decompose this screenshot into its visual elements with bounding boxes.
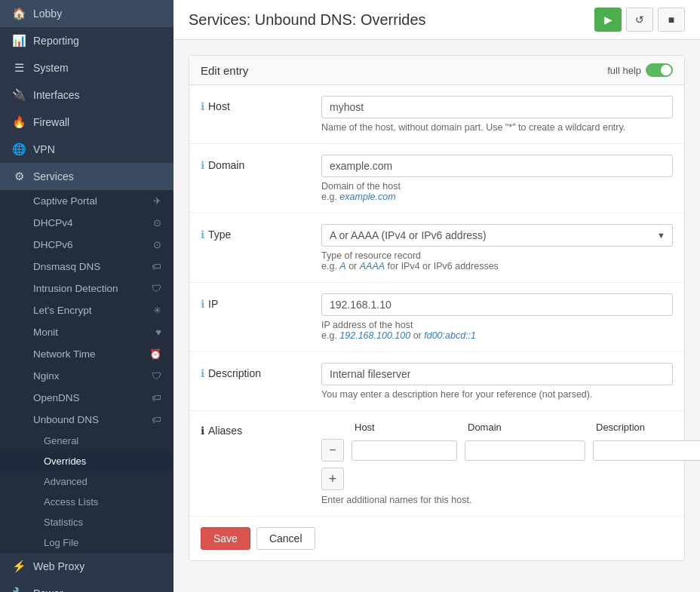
dhcpv4-icon: ⊙ (153, 217, 161, 229)
sidebar-item-reporting[interactable]: 📊 Reporting (0, 27, 173, 54)
sidebar-item-label: Firewall (33, 116, 69, 128)
save-button[interactable]: Save (201, 527, 250, 550)
aliases-field-col: Host Domain Description − + (321, 422, 700, 505)
sidebar-item-logfile[interactable]: Log File (0, 532, 173, 553)
aliases-remove-button[interactable]: − (321, 439, 344, 462)
full-help-switch[interactable] (646, 63, 673, 77)
sidebar-item-networktime[interactable]: Network Time ⏰ (0, 343, 173, 365)
sidebar-item-webproxy[interactable]: ⚡ Web Proxy (0, 553, 173, 580)
sidebar-item-letsencrypt[interactable]: Let's Encrypt ✳ (0, 299, 173, 321)
ip-field-col: IP address of the host e.g. 192.168.100.… (321, 293, 673, 341)
type-info-icon: ℹ (201, 229, 204, 241)
play-button[interactable]: ▶ (594, 8, 622, 32)
sidebar-item-advanced[interactable]: Advanced (0, 471, 173, 492)
aliases-col-domain-header: Domain (468, 422, 588, 433)
aliases-label-row: ℹ Aliases Host Domain Description − (201, 422, 673, 505)
sidebar-item-firewall[interactable]: 🔥 Firewall (0, 109, 173, 136)
description-field-col: You may enter a description here for you… (321, 363, 673, 400)
ip-info-icon: ℹ (201, 298, 204, 310)
aliases-desc-input[interactable] (593, 440, 700, 461)
sidebar-item-label: VPN (33, 143, 55, 155)
refresh-button[interactable]: ↺ (626, 8, 653, 32)
sidebar-item-nginx[interactable]: Nginx 🛡 (0, 365, 173, 387)
sidebar-item-general[interactable]: General (0, 431, 173, 451)
sidebar-item-monit[interactable]: Monit ♥ (0, 321, 173, 343)
aliases-col-headers: Host Domain Description (321, 422, 700, 433)
sidebar-item-lobby[interactable]: 🏠 Lobby (0, 0, 173, 27)
type-field-col: A or AAAA (IPv4 or IPv6 address) A (IPv4… (321, 224, 673, 271)
sidebar-subitem-label: Dnsmasq DNS (33, 261, 100, 272)
captive-portal-icon: ✈ (153, 195, 161, 207)
sidebar-subitem-sub-label: Advanced (44, 476, 88, 487)
type-help: Type of resource record e.g. A or AAAA f… (321, 250, 673, 271)
sidebar-subitem-label: Nginx (33, 370, 60, 382)
sidebar-item-services[interactable]: ⚙ Services (0, 163, 173, 190)
domain-label: ℹ Domain (201, 155, 306, 171)
sidebar-item-accesslists[interactable]: Access Lists (0, 492, 173, 512)
aliases-domain-input[interactable] (465, 440, 585, 461)
aliases-row-1: − (321, 439, 700, 462)
power-icon: 🔧 (12, 587, 26, 592)
sidebar-item-overrides[interactable]: Overrides (0, 451, 173, 471)
domain-field-col: Domain of the host e.g. example.com (321, 155, 673, 202)
full-help-toggle[interactable]: full help (607, 63, 673, 77)
letsencrypt-icon: ✳ (153, 305, 161, 316)
type-select[interactable]: A or AAAA (IPv4 or IPv6 address) A (IPv4… (321, 224, 673, 247)
sidebar-subitem-sub-label: Overrides (44, 456, 86, 467)
sidebar-item-statistics[interactable]: Statistics (0, 512, 173, 532)
panel-header: Edit entry full help (189, 56, 684, 85)
panel-title: Edit entry (201, 64, 248, 77)
dhcpv6-icon: ⊙ (153, 239, 161, 250)
host-label: ℹ Host (201, 96, 306, 112)
sidebar-item-intrusion[interactable]: Intrusion Detection 🛡 (0, 278, 173, 299)
sidebar-item-dhcpv4[interactable]: DHCPv4 ⊙ (0, 212, 173, 234)
description-input[interactable] (321, 363, 673, 385)
aliases-label: ℹ Aliases (201, 422, 306, 437)
sidebar-item-label: Interfaces (33, 89, 79, 101)
aliases-help: Enter additional names for this host. (321, 495, 700, 505)
sidebar-item-unbounddns[interactable]: Unbound DNS 🏷 (0, 409, 173, 431)
topbar: Services: Unbound DNS: Overrides ▶ ↺ ■ (173, 0, 700, 40)
edit-panel: Edit entry full help ℹ Host Name of the … (189, 55, 685, 561)
description-info-icon: ℹ (201, 367, 204, 379)
aliases-host-input[interactable] (352, 440, 457, 461)
sidebar-item-power[interactable]: 🔧 Power (0, 580, 173, 592)
sidebar-subitem-label: OpenDNS (33, 392, 80, 403)
sidebar-subitem-label: Intrusion Detection (33, 283, 118, 294)
sidebar-subitem-sub-label: Access Lists (44, 496, 98, 508)
cancel-button[interactable]: Cancel (256, 527, 315, 550)
sidebar-item-system[interactable]: ☰ System (0, 54, 173, 81)
networktime-icon: ⏰ (149, 348, 161, 360)
sidebar-subitem-label: Captive Portal (33, 195, 97, 207)
ip-help: IP address of the host e.g. 192.168.100.… (321, 320, 673, 341)
domain-input[interactable] (321, 155, 673, 177)
sidebar-item-vpn[interactable]: 🌐 VPN (0, 136, 173, 163)
sidebar-item-dhcpv6[interactable]: DHCPv6 ⊙ (0, 234, 173, 256)
aliases-col-desc-header: Description (596, 422, 700, 433)
sidebar-item-interfaces[interactable]: 🔌 Interfaces (0, 81, 173, 109)
services-submenu: Captive Portal ✈ DHCPv4 ⊙ DHCPv6 ⊙ Dnsma… (0, 190, 173, 553)
domain-help: Domain of the host e.g. example.com (321, 181, 673, 202)
monit-icon: ♥ (155, 327, 161, 338)
vpn-icon: 🌐 (12, 143, 26, 156)
sidebar-subitem-sub-label: Statistics (44, 517, 83, 528)
sidebar-subitem-label: Let's Encrypt (33, 305, 92, 316)
reporting-icon: 📊 (12, 34, 26, 48)
form-row-description: ℹ Description You may enter a descriptio… (189, 352, 684, 411)
sidebar: 🏠 Lobby 📊 Reporting ☰ System 🔌 Interface… (0, 0, 173, 592)
nginx-icon: 🛡 (152, 370, 161, 382)
ip-input[interactable] (321, 293, 673, 316)
sidebar-subitem-label: Network Time (33, 348, 96, 360)
page-title: Services: Unbound DNS: Overrides (189, 11, 426, 29)
sidebar-item-dnsmasq[interactable]: Dnsmasq DNS 🏷 (0, 256, 173, 278)
sidebar-item-label: Web Proxy (33, 560, 84, 572)
main-content: Services: Unbound DNS: Overrides ▶ ↺ ■ E… (173, 0, 700, 592)
dnsmasq-icon: 🏷 (152, 261, 161, 272)
sidebar-item-captive-portal[interactable]: Captive Portal ✈ (0, 190, 173, 212)
host-input[interactable] (321, 96, 673, 118)
sidebar-item-opendns[interactable]: OpenDNS 🏷 (0, 387, 173, 409)
aliases-add-button[interactable]: + (321, 468, 344, 490)
stop-button[interactable]: ■ (658, 8, 685, 32)
type-label: ℹ Type (201, 224, 306, 241)
firewall-icon: 🔥 (12, 115, 26, 129)
